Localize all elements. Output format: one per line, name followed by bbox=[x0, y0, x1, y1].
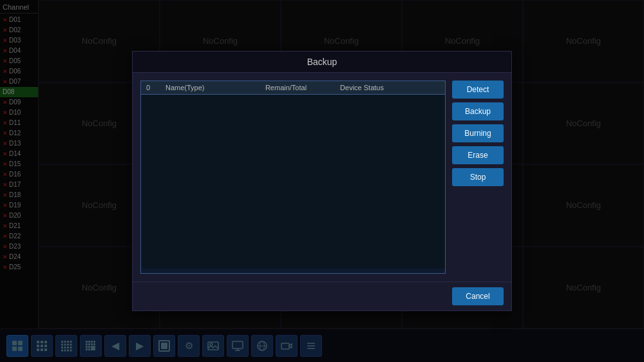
backup-table: 0 Name(Type) Remain/Total Device Status bbox=[140, 81, 446, 274]
stop-button[interactable]: Stop bbox=[452, 168, 504, 186]
col-index: 0 bbox=[146, 84, 166, 91]
dialog-action-buttons: Detect Backup Burning Erase Stop bbox=[452, 81, 504, 274]
dialog-footer: Cancel bbox=[133, 281, 511, 310]
burning-button[interactable]: Burning bbox=[452, 124, 504, 142]
detect-button[interactable]: Detect bbox=[452, 81, 504, 99]
dialog-overlay: Backup 0 Name(Type) Remain/Total Device … bbox=[0, 0, 644, 362]
dialog-title: Backup bbox=[133, 52, 511, 73]
table-header: 0 Name(Type) Remain/Total Device Status bbox=[141, 81, 445, 95]
backup-button[interactable]: Backup bbox=[452, 102, 504, 120]
col-status: Device Status bbox=[340, 84, 440, 91]
backup-dialog: Backup 0 Name(Type) Remain/Total Device … bbox=[132, 51, 512, 311]
dialog-body: 0 Name(Type) Remain/Total Device Status … bbox=[133, 73, 511, 281]
cancel-button[interactable]: Cancel bbox=[452, 287, 504, 305]
col-name: Name(Type) bbox=[166, 84, 265, 91]
erase-button[interactable]: Erase bbox=[452, 146, 504, 164]
col-remain: Remain/Total bbox=[265, 84, 340, 91]
table-body bbox=[141, 95, 445, 269]
